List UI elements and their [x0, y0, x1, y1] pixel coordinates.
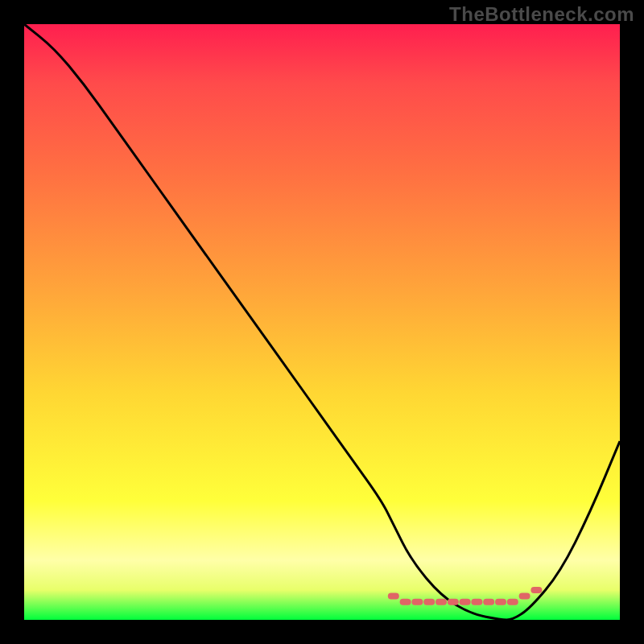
marker-dot [448, 599, 459, 605]
bottleneck-curve [24, 24, 620, 620]
marker-dot [423, 599, 435, 605]
marker-dot [400, 599, 411, 605]
plot-area [24, 24, 620, 620]
marker-dot [411, 599, 423, 605]
marker-dot [388, 592, 399, 599]
marker-dot [436, 599, 447, 605]
optimal-range-markers [388, 587, 543, 605]
watermark-text: TheBottleneck.com [449, 3, 634, 26]
marker-dot [460, 599, 471, 605]
chart-frame: TheBottleneck.com [0, 0, 644, 644]
marker-dot [519, 592, 530, 599]
marker-dot [483, 599, 494, 605]
curve-svg [24, 24, 620, 620]
marker-dot [471, 599, 482, 605]
marker-dot [530, 587, 542, 593]
marker-dot [495, 599, 506, 605]
marker-dot [507, 599, 518, 605]
